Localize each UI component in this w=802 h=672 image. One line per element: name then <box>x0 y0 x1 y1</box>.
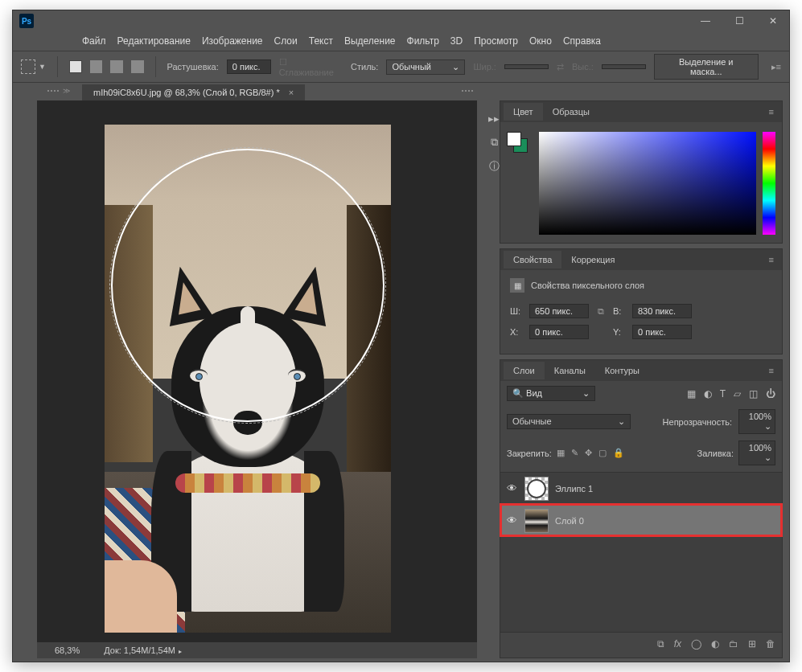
properties-panel: Свойства Коррекция ≡ ▦Свойства пиксельно… <box>500 248 783 354</box>
fill-label: Заливка: <box>697 449 734 458</box>
blend-mode-select[interactable]: Обычные⌄ <box>507 414 631 429</box>
minimize-button[interactable]: — <box>696 14 715 28</box>
menu-window[interactable]: Окно <box>529 35 552 47</box>
lock-pixels-icon[interactable]: ✎ <box>571 448 578 458</box>
filter-pixel-icon[interactable]: ▦ <box>687 388 696 400</box>
layer-thumbnail[interactable] <box>524 509 549 533</box>
zoom-level[interactable]: 68,3% <box>55 645 80 655</box>
doc-size[interactable]: Док: 1,54M/1,54M▸ <box>104 645 182 655</box>
tab-swatches[interactable]: Образцы <box>543 103 599 121</box>
height-value[interactable]: 830 пикс. <box>632 304 692 318</box>
menu-help[interactable]: Справка <box>563 35 601 47</box>
menu-file[interactable]: Файл <box>82 35 106 47</box>
tab-channels[interactable]: Каналы <box>545 362 595 379</box>
filter-shape-icon[interactable]: ▱ <box>734 388 741 400</box>
tab-adjustments[interactable]: Коррекция <box>561 251 624 268</box>
layer-list: 👁 Эллипс 1 👁 Слой 0 <box>500 472 782 632</box>
lock-transparency-icon[interactable]: ▦ <box>557 448 565 458</box>
color-field[interactable] <box>539 132 756 235</box>
add-selection-icon[interactable] <box>90 60 103 73</box>
add-mask-icon[interactable]: ◯ <box>691 638 701 649</box>
height-label: В: <box>613 306 627 316</box>
panel-menu-icon[interactable]: ≡ <box>764 255 779 264</box>
color-panel: Цвет Образцы ≡ <box>500 100 783 244</box>
layer-name[interactable]: Слой 0 <box>555 516 584 526</box>
selection-marquee <box>109 147 386 424</box>
panel-menu-icon[interactable]: ≡ <box>764 107 779 117</box>
layer-thumbnail[interactable] <box>524 477 549 501</box>
fill-input[interactable]: 100% ⌄ <box>738 440 775 465</box>
tab-layers[interactable]: Слои <box>504 362 545 379</box>
lock-position-icon[interactable]: ✥ <box>585 448 592 458</box>
select-and-mask-button[interactable]: Выделение и маска... <box>654 54 759 80</box>
layer-panel-footer: ⧉ fx ◯ ◐ 🗀 ⊞ 🗑 <box>500 632 782 654</box>
menu-text[interactable]: Текст <box>309 35 333 47</box>
options-menu-icon[interactable]: ▸≡ <box>771 62 781 72</box>
style-label: Стиль: <box>351 62 378 72</box>
panel-menu-icon[interactable]: ≡ <box>764 366 779 375</box>
opacity-input[interactable]: 100% ⌄ <box>738 409 775 434</box>
lock-artboard-icon[interactable]: ▢ <box>598 448 607 458</box>
pixel-layer-icon: ▦ <box>510 278 524 293</box>
canvas[interactable] <box>105 125 391 633</box>
group-layers-icon[interactable]: 🗀 <box>729 638 738 649</box>
link-layers-icon[interactable]: ⧉ <box>657 638 664 649</box>
adjustment-layer-icon[interactable]: ◐ <box>711 638 719 649</box>
hue-slider[interactable] <box>763 132 775 235</box>
workspace <box>37 100 477 642</box>
width-label: Ш: <box>510 306 524 316</box>
intersect-selection-icon[interactable] <box>131 60 144 73</box>
menu-layers[interactable]: Слои <box>274 35 298 47</box>
filter-type-icon[interactable]: T <box>720 388 726 400</box>
layer-fx-icon[interactable]: fx <box>674 638 681 649</box>
menu-view[interactable]: Просмотр <box>474 35 518 47</box>
feather-label: Растушевка: <box>167 62 219 72</box>
swap-wh-icon: ⇄ <box>557 62 564 72</box>
new-selection-icon[interactable] <box>69 60 82 73</box>
feather-input[interactable]: 0 пикс. <box>227 59 271 74</box>
status-bar: 68,3% Док: 1,54M/1,54M▸ <box>37 642 477 658</box>
menu-edit[interactable]: Редактирование <box>117 35 191 47</box>
document-tabs: mIh09iC8x6U.jpg @ 68,3% (Слой 0, RGB/8#)… <box>82 83 305 102</box>
y-label: Y: <box>613 327 627 337</box>
delete-layer-icon[interactable]: 🗑 <box>766 638 775 649</box>
width-value[interactable]: 650 пикс. <box>529 304 589 318</box>
visibility-toggle[interactable]: 👁 <box>505 514 518 527</box>
close-button[interactable]: ✕ <box>763 14 783 28</box>
menu-3d[interactable]: 3D <box>450 35 463 47</box>
maximize-button[interactable]: ☐ <box>730 14 749 28</box>
lock-label: Закрепить: <box>507 449 552 458</box>
options-bar: ▼ Растушевка: 0 пикс. ☐ Сглаживание Стил… <box>13 51 789 83</box>
subtract-selection-icon[interactable] <box>110 60 123 73</box>
titlebar: Ps — ☐ ✕ <box>13 10 789 31</box>
tab-paths[interactable]: Контуры <box>595 362 649 379</box>
marquee-tool-indicator[interactable] <box>21 59 35 74</box>
properties-subtitle: Свойства пиксельного слоя <box>531 281 644 290</box>
menu-image[interactable]: Изображение <box>202 35 263 47</box>
lock-all-icon[interactable]: 🔒 <box>613 448 624 458</box>
style-select[interactable]: Обычный⌄ <box>386 59 465 75</box>
link-wh-icon[interactable]: ⧉ <box>594 306 608 317</box>
height-label: Выс.: <box>572 62 594 72</box>
visibility-toggle[interactable]: 👁 <box>505 482 518 494</box>
panel-dock-handle[interactable] <box>451 84 483 98</box>
menu-filter[interactable]: Фильтр <box>407 35 439 47</box>
new-layer-icon[interactable]: ⊞ <box>748 638 756 649</box>
filter-adjust-icon[interactable]: ◐ <box>704 388 712 400</box>
x-value[interactable]: 0 пикс. <box>529 325 589 339</box>
layer-name[interactable]: Эллипс 1 <box>555 484 593 494</box>
filter-smart-icon[interactable]: ◫ <box>749 388 758 400</box>
x-label: X: <box>510 327 524 337</box>
document-tab[interactable]: mIh09iC8x6U.jpg @ 68,3% (Слой 0, RGB/8#)… <box>82 84 305 100</box>
layer-filter-select[interactable]: 🔍 Вид ⌄ <box>507 386 595 401</box>
width-label: Шир.: <box>473 62 496 72</box>
color-panel-swatch[interactable] <box>507 132 533 158</box>
menu-select[interactable]: Выделение <box>344 35 396 47</box>
filter-toggle[interactable]: ⏻ <box>766 388 775 400</box>
y-value[interactable]: 0 пикс. <box>632 325 692 339</box>
app-logo: Ps <box>19 14 34 28</box>
layer-item-ellipse[interactable]: 👁 Эллипс 1 <box>500 472 782 504</box>
layer-item-background[interactable]: 👁 Слой 0 <box>500 504 782 536</box>
tab-properties[interactable]: Свойства <box>504 251 561 268</box>
tab-color[interactable]: Цвет <box>504 103 543 121</box>
